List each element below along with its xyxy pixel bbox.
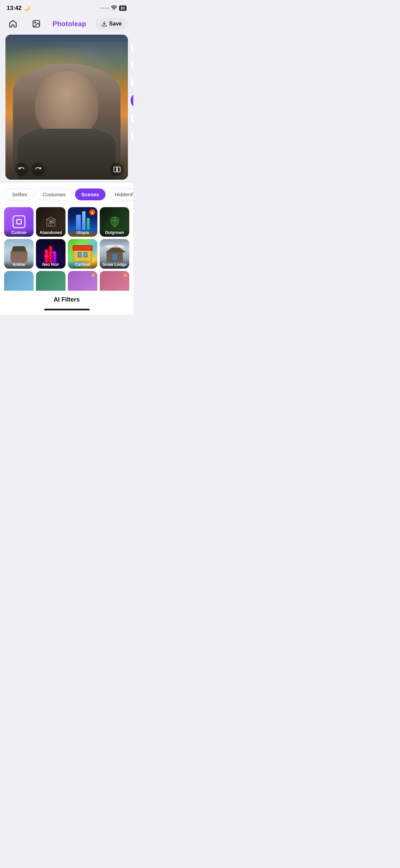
filter-cartoon-label: Cartoon (68, 261, 97, 269)
svg-point-7 (52, 222, 54, 223)
category-tabs: Selfies Costumes Scenes HiddenFace Carto… (0, 183, 133, 203)
svg-point-0 (114, 9, 114, 10)
app-title: Photoleap (53, 20, 86, 28)
filter-anime[interactable]: Anime (4, 239, 34, 269)
filter-utopia[interactable]: 🔥 Utopia (68, 207, 97, 237)
tab-hiddenface[interactable]: HiddenFace (108, 188, 133, 200)
version-4-button[interactable]: 4 (131, 93, 133, 108)
filter-custom-label: Custom (4, 229, 34, 237)
battery-icon: 83 (119, 5, 127, 11)
svg-point-2 (35, 22, 36, 23)
filter-partial-4[interactable]: 👑 (100, 271, 129, 291)
filter-anime-label: Anime (4, 261, 34, 269)
gallery-button[interactable] (29, 16, 44, 31)
photo-area: 1 2 3 4 5 (5, 35, 128, 180)
wifi-icon (111, 5, 117, 11)
filter-neonoir[interactable]: Neo Noir (36, 239, 65, 269)
filter-outgrown-label: Outgrown (100, 229, 129, 237)
moon-icon: 🌙 (24, 5, 30, 11)
photo-controls (15, 163, 124, 176)
filter-snowlodge-label: Snow Lodge (100, 261, 129, 269)
tab-costumes[interactable]: Costumes (36, 188, 72, 200)
home-bar (44, 309, 90, 310)
undo-button[interactable] (15, 163, 28, 176)
home-indicator (0, 306, 133, 314)
version-buttons: 1 2 3 4 5 (131, 40, 133, 143)
filter-abandoned-label: Abandoned (36, 229, 65, 237)
compare-button[interactable] (110, 163, 124, 176)
filter-outgrown[interactable]: Outgrown (100, 207, 129, 237)
filter-partial-3[interactable]: 👑 (68, 271, 97, 291)
redo-button[interactable] (31, 163, 45, 176)
filter-row-2: Anime Neo Noir (4, 239, 129, 269)
home-button[interactable] (5, 16, 20, 31)
expand-button[interactable] (131, 128, 133, 143)
svg-rect-3 (114, 167, 117, 172)
version-5-button[interactable]: 5 (131, 111, 133, 126)
signal-icon (100, 7, 109, 9)
ai-filters-label: AI Filters (0, 291, 133, 306)
filter-utopia-label: Utopia (68, 229, 97, 237)
filter-neonoir-label: Neo Noir (36, 261, 65, 269)
tab-scenes[interactable]: Scenes (75, 188, 106, 200)
filter-partial-1[interactable] (4, 271, 34, 291)
version-2-button[interactable]: 2 (131, 58, 133, 73)
filter-custom[interactable]: Custom (4, 207, 34, 237)
filter-cartoon[interactable]: Cartoon (68, 239, 97, 269)
top-nav: Photoleap Save (0, 14, 133, 35)
filter-row-3-partial: 👑 👑 (4, 271, 129, 291)
tab-selfies[interactable]: Selfies (5, 188, 34, 200)
save-button[interactable]: Save (95, 18, 128, 30)
status-bar: 13:42 🌙 83 (0, 0, 133, 14)
version-1-button[interactable]: 1 (131, 40, 133, 55)
hot-badge: 🔥 (89, 209, 95, 215)
filter-abandoned[interactable]: Abandoned (36, 207, 65, 237)
status-icons: 83 (100, 5, 127, 11)
status-time: 13:42 🌙 (7, 5, 30, 12)
filter-row-1: Custom Abandoned 🔥 (4, 207, 129, 237)
filter-snowlodge[interactable]: Snow Lodge (100, 239, 129, 269)
svg-rect-4 (117, 167, 120, 172)
filter-partial-2[interactable] (36, 271, 65, 291)
version-3-button[interactable]: 3 (131, 75, 133, 90)
